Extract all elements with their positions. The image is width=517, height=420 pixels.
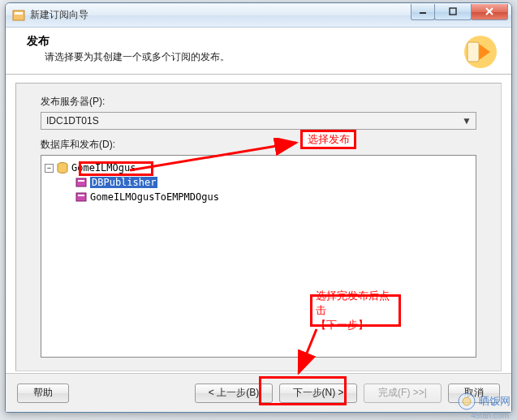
watermark: 晒饭网 [458, 392, 511, 410]
wizard-title: 发布 [27, 34, 448, 49]
help-button[interactable]: 帮助 [17, 384, 69, 403]
publisher-value: IDC1DT01S [46, 115, 99, 126]
close-button[interactable] [471, 4, 508, 20]
app-icon [12, 9, 25, 22]
window: 新建订阅向导 发布 请选择要为其创建一个或多个订阅的发布。 发布服务器(P): … [5, 2, 512, 413]
svg-rect-9 [76, 178, 86, 186]
svg-rect-10 [78, 180, 84, 182]
collapse-icon[interactable]: − [45, 164, 54, 173]
publisher-label: 发布服务器(P): [41, 95, 476, 109]
window-title: 新建订阅向导 [30, 8, 411, 22]
tree-root[interactable]: − GomeILMOgus [45, 161, 472, 175]
svg-rect-3 [450, 8, 456, 15]
publication-tree[interactable]: − GomeILMOgus DBPublisher GomeILMOgusToE… [41, 155, 476, 358]
svg-rect-0 [13, 11, 24, 20]
wizard-header: 发布 请选择要为其创建一个或多个订阅的发布。 [6, 28, 511, 75]
tree-item-selected[interactable]: DBPublisher [45, 175, 472, 190]
wizard-icon [463, 34, 498, 70]
back-button[interactable]: < 上一步(B) [195, 384, 273, 403]
finish-button: 完成(F) >>| [364, 384, 442, 403]
publisher-select[interactable]: IDC1DT01S ▼ [41, 112, 476, 130]
window-controls [411, 4, 508, 20]
publication-icon [75, 177, 87, 188]
watermark-text: 晒饭网 [479, 394, 511, 409]
tree-item-label: GomeILMOgusToEMPMDOgus [90, 191, 219, 203]
button-row: 帮助 < 上一步(B) 下一步(N) > 完成(F) >>| 取消 [6, 373, 511, 412]
watermark-url: 45fan.com [471, 411, 509, 420]
svg-rect-7 [467, 42, 479, 62]
tree-item-label: DBPublisher [90, 177, 157, 188]
tree-label: 数据库和发布(D): [41, 138, 476, 152]
svg-rect-1 [15, 12, 23, 15]
tree-root-label: GomeILMOgus [71, 162, 136, 174]
wizard-desc: 请选择要为其创建一个或多个订阅的发布。 [45, 50, 448, 64]
publication-icon [75, 191, 87, 203]
chevron-down-icon: ▼ [462, 115, 472, 126]
svg-point-16 [463, 397, 471, 405]
minimize-button[interactable] [411, 4, 435, 20]
watermark-icon [458, 392, 476, 410]
tree-item[interactable]: GomeILMOgusToEMPMDOgus [45, 190, 472, 204]
titlebar[interactable]: 新建订阅向导 [6, 3, 511, 28]
next-button[interactable]: 下一步(N) > [279, 384, 357, 403]
svg-rect-11 [76, 193, 86, 201]
maximize-button[interactable] [434, 4, 472, 20]
content-panel: 发布服务器(P): IDC1DT01S ▼ 数据库和发布(D): − GomeI… [15, 83, 502, 371]
svg-rect-12 [78, 195, 84, 196]
database-icon [57, 162, 68, 174]
